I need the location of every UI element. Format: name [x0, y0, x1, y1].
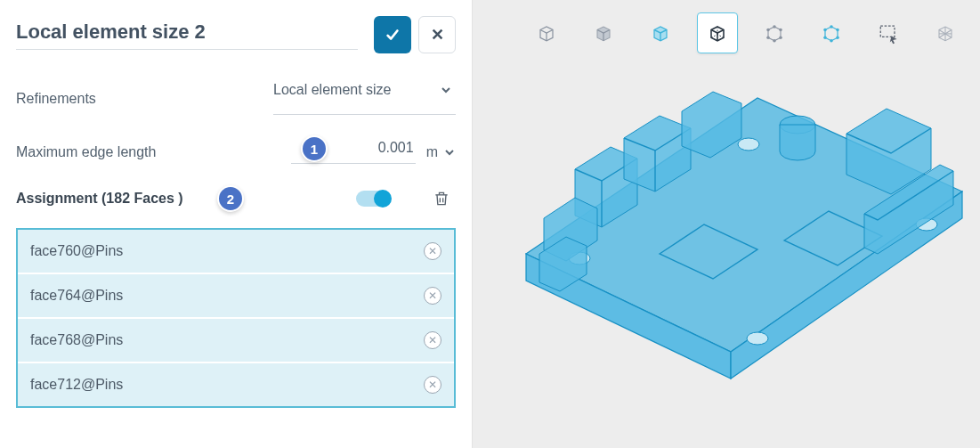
box-select-icon — [876, 20, 901, 45]
transparent-cube-icon — [705, 20, 730, 45]
cancel-button[interactable]: ✕ — [418, 16, 456, 53]
check-icon — [385, 27, 401, 43]
view-toolbar — [526, 12, 966, 53]
list-item[interactable]: face768@Pins ✕ — [18, 319, 454, 363]
face-label: face768@Pins — [30, 332, 123, 348]
assignment-toggle[interactable] — [356, 191, 390, 207]
svg-point-29 — [836, 29, 839, 32]
callout-badge-2: 2 — [217, 185, 244, 212]
remove-face-button[interactable]: ✕ — [424, 331, 441, 349]
callout-badge-1: 1 — [301, 135, 328, 162]
list-item[interactable]: face764@Pins ✕ — [18, 274, 454, 319]
chevron-down-icon — [440, 84, 452, 96]
delete-button[interactable] — [433, 189, 450, 208]
svg-point-20 — [766, 37, 770, 40]
svg-point-32 — [823, 37, 827, 40]
nodes-highlight-button[interactable] — [811, 12, 852, 53]
chevron-down-icon — [443, 146, 456, 159]
shaded-view-button[interactable] — [640, 12, 681, 53]
component-cylinder — [780, 116, 815, 160]
svg-point-27 — [823, 29, 827, 32]
solid-view-button[interactable] — [583, 12, 624, 53]
max-edge-label: Maximum edge length — [16, 144, 156, 160]
svg-point-28 — [830, 25, 833, 29]
wireframe-cube-icon — [534, 20, 559, 45]
face-list: face760@Pins ✕ face764@Pins ✕ face768@Pi… — [16, 228, 456, 408]
svg-point-31 — [830, 39, 833, 43]
max-edge-value: 0.001 — [378, 140, 414, 156]
toggle-knob — [374, 190, 392, 208]
settings-panel: Local element size 2 ✕ Refinements Local… — [0, 0, 472, 448]
svg-point-19 — [773, 39, 776, 43]
panel-title: Local element size 2 — [16, 20, 358, 49]
svg-rect-33 — [880, 26, 895, 37]
assignment-controls — [356, 189, 450, 208]
face-label: face760@Pins — [30, 243, 123, 259]
unit-label: m — [426, 144, 438, 160]
transparent-view-button[interactable] — [697, 12, 738, 53]
model-preview[interactable] — [490, 62, 971, 419]
mesh-cube-icon — [933, 20, 958, 45]
svg-point-44 — [738, 138, 759, 151]
unit-select[interactable]: m — [426, 144, 456, 160]
nodes-cyan-icon — [819, 20, 844, 45]
title-underline — [16, 49, 358, 50]
nodes-icon — [762, 20, 787, 45]
face-label: face764@Pins — [30, 288, 123, 304]
refinements-value: Local element size — [273, 82, 392, 98]
mesh-view-button[interactable] — [925, 12, 966, 53]
list-item[interactable]: face760@Pins ✕ — [18, 230, 454, 274]
close-icon: ✕ — [431, 25, 444, 45]
refinements-select[interactable]: Local element size — [273, 82, 456, 115]
title-wrap: Local element size 2 — [16, 20, 358, 50]
num-underline — [291, 163, 416, 164]
face-label: face712@Pins — [30, 377, 123, 393]
confirm-button[interactable] — [374, 16, 411, 53]
panel-header: Local element size 2 ✕ — [16, 16, 456, 53]
remove-face-button[interactable]: ✕ — [424, 376, 441, 394]
svg-point-18 — [779, 37, 782, 40]
viewport-3d[interactable] — [472, 0, 980, 448]
refinements-row: Refinements Local element size — [16, 82, 456, 115]
svg-point-15 — [766, 29, 770, 32]
header-buttons: ✕ — [374, 16, 456, 53]
assignment-row: 2 Assignment (182 Faces ) — [16, 189, 456, 208]
nodes-view-button[interactable] — [754, 12, 795, 53]
refinements-label: Refinements — [16, 91, 96, 107]
solid-cube-icon — [591, 20, 616, 45]
svg-point-16 — [773, 25, 776, 29]
select-underline — [273, 114, 456, 115]
svg-point-30 — [836, 37, 839, 40]
remove-face-button[interactable]: ✕ — [424, 242, 441, 260]
remove-face-button[interactable]: ✕ — [424, 287, 441, 305]
svg-point-46 — [747, 332, 768, 345]
svg-point-17 — [779, 29, 782, 32]
list-item[interactable]: face712@Pins ✕ — [18, 363, 454, 406]
trash-icon — [433, 189, 450, 208]
max-edge-row: 1 Maximum edge length 0.001 m — [16, 140, 456, 164]
assignment-label: Assignment (182 Faces ) — [16, 191, 183, 207]
wireframe-view-button[interactable] — [526, 12, 567, 53]
box-select-button[interactable] — [868, 12, 909, 53]
shaded-cube-icon — [648, 20, 673, 45]
